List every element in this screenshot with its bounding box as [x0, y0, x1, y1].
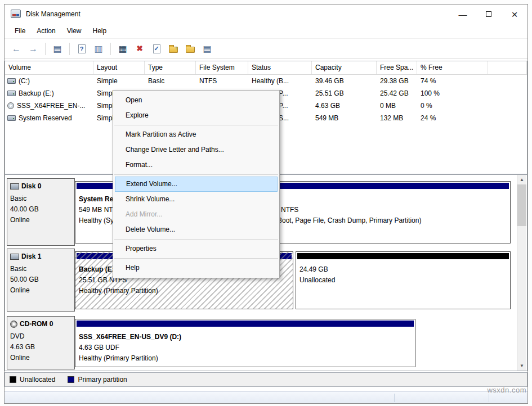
console-window-icon: ▦	[118, 44, 127, 53]
cell-layout: Simple	[93, 77, 145, 85]
column-header-file-system[interactable]: File System	[196, 61, 248, 74]
disk-icon	[10, 254, 19, 260]
cell-capacity: 39.46 GB	[312, 77, 377, 85]
volume-row-c[interactable]: (C:)SimpleBasicNTFSHealthy (B...39.46 GB…	[5, 75, 527, 87]
context-menu-item-mark-partition-as-active[interactable]: Mark Partition as Active	[115, 127, 278, 142]
partition-label: (C:)39.46 GB NTFSHealthy (Boot, Page Fil…	[251, 194, 509, 226]
statusbar-divider	[489, 394, 489, 402]
partition-unallocated[interactable]: 24.49 GBUnallocated	[296, 251, 511, 309]
legend-swatch	[68, 376, 74, 383]
context-menu-item-extend-volume[interactable]: Extend Volume...	[115, 177, 278, 192]
context-menu-item-explore[interactable]: Explore	[115, 108, 278, 123]
partition-type-stripe	[77, 321, 414, 327]
partition-c[interactable]: (C:)39.46 GB NTFSHealthy (Boot, Page Fil…	[247, 181, 511, 243]
legend-item-primary-partition: Primary partition	[68, 376, 127, 384]
help-button[interactable]: ?	[74, 41, 89, 57]
column-header-filler[interactable]	[488, 61, 527, 74]
context-menu-item-help[interactable]: Help	[115, 260, 278, 276]
toolbar-separator	[45, 43, 46, 55]
console-window-button[interactable]: ▦	[115, 41, 130, 57]
back-icon: ←	[12, 44, 21, 53]
folder-icon	[186, 47, 195, 53]
context-menu-item-format[interactable]: Format...	[115, 157, 278, 173]
partition-status: Healthy (Primary Partition)	[79, 286, 292, 296]
forward-button[interactable]: →	[26, 41, 41, 57]
context-menu-item-properties[interactable]: Properties	[115, 241, 278, 256]
volume-name: Backup (E:)	[19, 89, 54, 97]
status-bar	[5, 391, 527, 403]
column-header-type[interactable]: Type	[145, 61, 196, 74]
column-header-status[interactable]: Status	[248, 61, 312, 74]
disk-name: Disk 0	[21, 182, 41, 190]
back-button[interactable]: ←	[9, 41, 24, 57]
disk-line1: DVD	[10, 331, 71, 342]
context-menu: OpenExploreMark Partition as ActiveChang…	[113, 90, 280, 278]
partition-status: Healthy (Boot, Page File, Crash Dump, Pr…	[251, 215, 509, 226]
close-button[interactable]: ×	[502, 4, 527, 24]
toolbar-separator	[110, 43, 111, 55]
disk-header-disk-1[interactable]: Disk 1Basic50.00 GBOnline	[7, 249, 75, 312]
cell-pct_free: 0 %	[417, 102, 488, 110]
help-icon: ?	[78, 44, 86, 53]
folder-up-button[interactable]: ↑	[166, 41, 181, 57]
partition-title: (C:)	[251, 194, 509, 205]
cell-free: 29.38 GB	[377, 77, 417, 85]
minimize-button[interactable]: —	[450, 4, 476, 24]
cell-status: Healthy (B...	[248, 77, 312, 85]
disk-management-app-icon	[11, 10, 21, 18]
maximize-button[interactable]	[476, 4, 502, 24]
volume-name: SSS_X64FREE_EN-...	[17, 102, 85, 110]
legend-label: Primary partition	[78, 376, 127, 384]
disk-line1: Basic	[10, 193, 71, 204]
delete-button[interactable]: ✖	[132, 41, 147, 57]
minimize-icon: —	[459, 10, 467, 19]
column-header-volume[interactable]: Volume	[5, 61, 93, 74]
column-header-capacity[interactable]: Capacity	[312, 61, 377, 74]
partition-sss-x64free-en-us-dv9-d[interactable]: SSS_X64FREE_EN-US_DV9 (D:)4.63 GB UDFHea…	[75, 319, 415, 367]
menu-view[interactable]: View	[61, 24, 87, 38]
cell-pct_free: 24 %	[417, 114, 488, 122]
disk-line1: Basic	[10, 264, 71, 274]
context-menu-item-open[interactable]: Open	[115, 93, 278, 108]
console-tree-icon: ▤	[53, 44, 61, 53]
console-tree-button[interactable]: ▤	[50, 41, 65, 57]
partition-size-fs: 24.49 GB	[299, 264, 509, 275]
cell-pct_free: 100 %	[417, 89, 488, 97]
disk-name: Disk 1	[21, 252, 41, 260]
legend: UnallocatedPrimary partition	[5, 372, 527, 387]
context-menu-item-delete-volume[interactable]: Delete Volume...	[115, 222, 278, 237]
details-view-button[interactable]: ▤	[200, 41, 214, 57]
volume-name: System Reserved	[19, 114, 72, 122]
window-view-button[interactable]: ▥	[91, 41, 106, 57]
partition-size-fs: 39.46 GB NTFS	[251, 205, 509, 215]
menu-file[interactable]: File	[9, 24, 31, 38]
check-document-button[interactable]: ✓	[149, 41, 164, 57]
partition-type-stripe	[297, 253, 509, 259]
toolbar-separator	[69, 43, 70, 55]
drive-volume-icon	[7, 115, 16, 121]
context-menu-item-shrink-volume[interactable]: Shrink Volume...	[115, 192, 278, 207]
disk-header-disk-0[interactable]: Disk 0Basic40.00 GBOnline	[7, 178, 75, 246]
legend-item-unallocated: Unallocated	[10, 376, 55, 384]
check-document-icon: ✓	[153, 44, 160, 53]
menu-action[interactable]: Action	[31, 24, 61, 38]
cell-free: 25.42 GB	[377, 89, 417, 97]
context-menu-item-add-mirror: Add Mirror...	[115, 207, 278, 222]
menu-help[interactable]: Help	[87, 24, 113, 38]
window-controls: — ×	[450, 4, 527, 24]
column-header-free-spa[interactable]: Free Spa...	[377, 61, 417, 74]
column-header-layout[interactable]: Layout	[93, 61, 145, 74]
disk-icon	[10, 183, 19, 190]
watermark: wsxdn.com	[487, 386, 526, 394]
column-header-free[interactable]: % Free	[417, 61, 488, 74]
disk-header-cd-rom-0[interactable]: CD-ROM 0DVD4.63 GBOnline	[7, 316, 75, 369]
folder-button[interactable]	[183, 41, 198, 57]
window-view-icon: ▥	[94, 44, 102, 53]
partition-label: 24.49 GBUnallocated	[299, 264, 509, 286]
screen: Disk Management — × FileActionViewHelp ←…	[0, 0, 532, 406]
context-menu-item-change-drive-letter-and-paths[interactable]: Change Drive Letter and Paths...	[115, 142, 278, 157]
drive-volume-icon	[7, 78, 16, 84]
volume-table-header: VolumeLayoutTypeFile SystemStatusCapacit…	[5, 61, 527, 75]
disk-line2: 4.63 GB	[10, 342, 71, 353]
cell-free: 0 MB	[377, 102, 417, 110]
